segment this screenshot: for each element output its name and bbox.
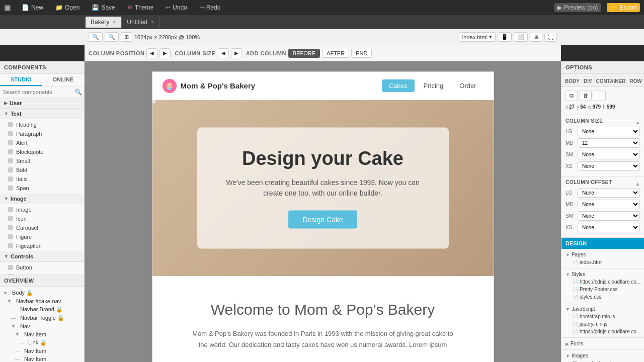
desktop-view-button[interactable]: 🖥 xyxy=(530,33,542,42)
mobile-view-button[interactable]: 📱 xyxy=(498,32,512,42)
site-nav: 🧁 Mom & Pop's Bakery Cakes Pricing Order xyxy=(152,72,494,100)
tree-navbar-brand[interactable]: — Navbar Brand 🔒 xyxy=(0,305,84,314)
tab-row[interactable]: ROW xyxy=(628,76,643,86)
js-expand[interactable]: ▼ JavaScript xyxy=(566,305,640,313)
fullscreen-button[interactable]: ⛶ xyxy=(544,33,557,42)
col-offset-md-select[interactable]: None xyxy=(578,200,640,209)
copy-icon-button[interactable]: ⧉ xyxy=(566,90,578,101)
export-button[interactable]: ⚡ Export xyxy=(607,3,640,12)
styles-expand[interactable]: ▼ Styles xyxy=(566,270,640,278)
col-offset-lg-select[interactable]: None xyxy=(578,188,640,198)
zoom-out-button[interactable]: 🔍 xyxy=(105,32,119,42)
component-paragraph[interactable]: Paragraph xyxy=(0,129,84,138)
component-small[interactable]: Small xyxy=(0,156,84,165)
pages-expand[interactable]: ▼ Pages xyxy=(566,251,640,258)
page-index[interactable]: 📄 index.html xyxy=(566,258,640,266)
style-cloudflare[interactable]: 📄 https://cdnjs.cloudflare.co... xyxy=(566,278,640,286)
save-button[interactable]: 💾 Save xyxy=(89,3,118,12)
component-heading[interactable]: Heading xyxy=(0,120,84,129)
component-carousel[interactable]: Carousel xyxy=(0,223,84,232)
images-expand[interactable]: ▼ Images xyxy=(566,352,640,359)
component-button[interactable]: Button xyxy=(0,263,84,272)
image-expand-icon: ▼ xyxy=(4,196,9,201)
end-button[interactable]: END xyxy=(351,49,372,58)
category-user-header[interactable]: ▶ User xyxy=(0,98,84,109)
component-span[interactable]: Span xyxy=(0,184,84,193)
col-size-increase-button[interactable]: ▶ xyxy=(231,48,242,58)
tab-studio[interactable]: STUDIO xyxy=(0,74,42,86)
preview-button[interactable]: ▶ Preview (on) xyxy=(554,3,601,12)
tab-bakery-close[interactable]: ✕ xyxy=(112,19,116,25)
index-selector[interactable]: index.html▾ xyxy=(459,32,496,42)
component-image[interactable]: Image xyxy=(0,205,84,214)
more-icon-button[interactable]: ⋮ xyxy=(594,90,606,101)
tree-link[interactable]: — Link 🔒 xyxy=(0,338,84,347)
category-text-header[interactable]: ▼ Text xyxy=(0,109,84,119)
new-button[interactable]: 📄 New xyxy=(19,3,46,12)
img-cupcake[interactable]: 🖼 cupcake logo.jpg xyxy=(566,359,640,362)
tree-navbar[interactable]: ▼ Navbar #cake-nav xyxy=(0,297,84,305)
tree-nav[interactable]: ▼ Nav xyxy=(0,322,84,330)
search-icon[interactable]: 🔍 xyxy=(74,88,82,96)
save-icon: 💾 xyxy=(92,4,99,11)
theme-button[interactable]: ⚙ Theme xyxy=(124,3,156,12)
tree-navbar-toggle[interactable]: — Navbar Toggle 🔒 xyxy=(0,314,84,322)
js-bootstrap[interactable]: 📄 bootstrap.min.js xyxy=(566,313,640,320)
component-figure[interactable]: Figure xyxy=(0,232,84,241)
component-icon[interactable]: Icon xyxy=(0,214,84,223)
col-size-decrease-button[interactable]: ◀ xyxy=(218,48,229,58)
tree-nav-item-3[interactable]: — Nav Item xyxy=(0,355,84,362)
category-image-header[interactable]: ▼ Image xyxy=(0,194,84,204)
tab-container[interactable]: CONTAINER xyxy=(595,76,627,86)
tablet-view-button[interactable]: ⬜ xyxy=(514,32,528,42)
open-button[interactable]: 📁 Open xyxy=(52,3,83,12)
column-size-header[interactable]: COLUMN SIZE ▲ xyxy=(566,118,640,127)
tab-div[interactable]: DIV xyxy=(582,76,594,86)
component-blockquote[interactable]: Blockquote xyxy=(0,147,84,156)
component-figcaption[interactable]: Figcaption xyxy=(0,241,84,250)
col-offset-xs-select[interactable]: None xyxy=(578,223,640,232)
search-input[interactable] xyxy=(3,89,72,95)
style-styles[interactable]: 📄 styles.css xyxy=(566,293,640,301)
col-size-label: COLUMN SIZE xyxy=(175,50,215,56)
delete-icon-button[interactable]: 🗑 xyxy=(580,90,592,101)
col-move-right-button[interactable]: ▶ xyxy=(159,48,171,58)
js-cloudflare[interactable]: 📄 https://cdnjs.cloudflare.co... xyxy=(566,328,640,335)
tree-nav-item-2[interactable]: — Nav Item xyxy=(0,347,84,355)
component-alert[interactable]: Alert xyxy=(0,138,84,147)
col-size-sm-select[interactable]: None1234612 xyxy=(578,150,640,159)
tree-body[interactable]: ▼ Body 🔒 xyxy=(0,289,84,297)
js-jquery[interactable]: 📄 jquery.min.js xyxy=(566,320,640,328)
tab-online[interactable]: ONLINE xyxy=(42,74,85,86)
nav-order[interactable]: Order xyxy=(452,79,483,92)
nav-pricing[interactable]: Pricing xyxy=(417,79,451,92)
component-bold[interactable]: Bold xyxy=(0,165,84,174)
tab-untitled[interactable]: Untitled ✕ xyxy=(122,17,160,28)
paragraph-icon xyxy=(8,131,13,136)
after-button[interactable]: AFTER xyxy=(322,49,349,58)
tree-nav-item-1[interactable]: ▼ Nav Item xyxy=(0,330,84,338)
nav-cakes[interactable]: Cakes xyxy=(382,79,415,92)
style-footer[interactable]: 📄 Pretty-Footer.css xyxy=(566,286,640,293)
design-cake-button[interactable]: Design Cake xyxy=(288,211,357,229)
before-button[interactable]: BEFORE xyxy=(288,49,320,58)
col-size-lg-select[interactable]: None1234612 xyxy=(578,127,640,136)
col-offset-sm-select[interactable]: None xyxy=(578,211,640,221)
tab-bakery[interactable]: Bakery ✕ xyxy=(86,17,122,28)
redo-button[interactable]: ↪ Redo xyxy=(196,3,224,12)
col-size-xs-select[interactable]: None1234612 xyxy=(578,161,640,171)
search-box: 🔍 xyxy=(0,86,84,98)
component-italic[interactable]: Italic xyxy=(0,174,84,184)
layout-icon[interactable]: ⊞ xyxy=(121,32,132,42)
zoom-fit-button[interactable]: 🔍 xyxy=(89,32,103,42)
undo-button[interactable]: ↩ Undo xyxy=(163,3,190,12)
tab-untitled-close[interactable]: ✕ xyxy=(150,19,154,25)
tabs-bar: Bakery ✕ Untitled ✕ xyxy=(0,15,644,29)
tab-body[interactable]: BODY xyxy=(564,76,581,86)
category-controls-header[interactable]: ▼ Controls xyxy=(0,251,84,262)
column-offset-header[interactable]: COLUMN OFFSET ▲ xyxy=(566,179,640,188)
col-size-md-select[interactable]: 12None12346 xyxy=(578,138,640,148)
fonts-expand[interactable]: ▶ Fonts xyxy=(566,340,640,347)
col-offset-xs: XS None xyxy=(566,223,640,232)
col-move-left-button[interactable]: ◀ xyxy=(146,48,157,58)
